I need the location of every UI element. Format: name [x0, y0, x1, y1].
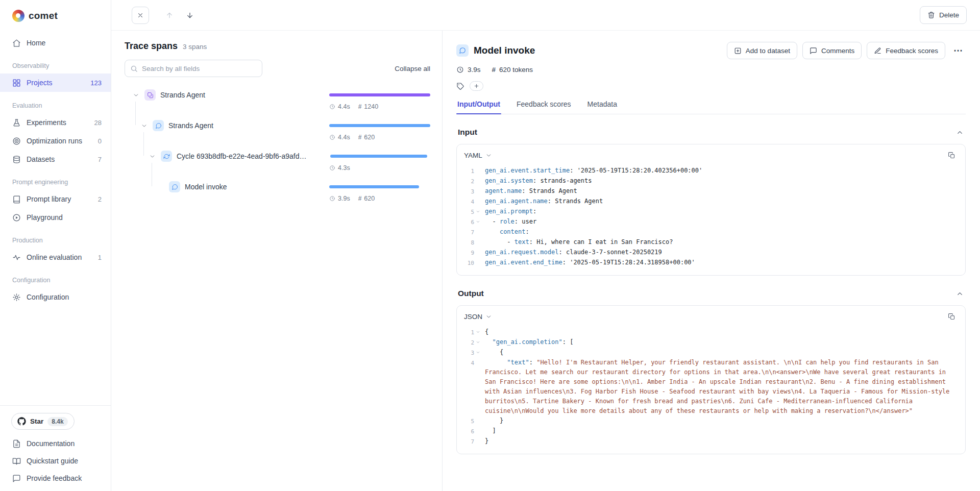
collapse-all-button[interactable]: Collapse all: [395, 65, 430, 72]
sidebar-item-experiments[interactable]: Experiments28: [0, 113, 111, 132]
code-line: 6 - role: user: [461, 217, 957, 227]
fold-toggle-icon[interactable]: [474, 207, 482, 217]
output-code-block: JSON 1{2 "gen_ai.completion": [3 {4 "tex…: [456, 305, 966, 454]
sidebar-item-optimization-runs[interactable]: Optimization runs0: [0, 132, 111, 150]
code-line: 3agent.name: Strands Agent: [461, 186, 957, 197]
output-format-select[interactable]: JSON: [464, 313, 492, 321]
line-number: 6: [461, 426, 474, 436]
line-number: 2: [461, 176, 474, 186]
footer-link-label: Quickstart guide: [27, 457, 78, 465]
activity-icon: [12, 253, 21, 262]
sidebar-item-label: Optimization runs: [27, 137, 92, 145]
span-row-cycle-693b8dfb-e22e-4ead-9bf6-a9afd[interactable]: Cycle 693b8dfb-e22e-4ead-9bf6-a9afd…4.3s: [111, 150, 442, 180]
code-line: 2gen_ai.system: strands-agents: [461, 176, 957, 186]
code-content: gen_ai.event.end_time: '2025-05-19T15:28…: [482, 258, 957, 268]
delete-button[interactable]: Delete: [920, 6, 967, 24]
close-trace-button[interactable]: [132, 7, 149, 24]
more-actions-button[interactable]: ⋯: [950, 42, 966, 59]
input-format-label: YAML: [464, 152, 482, 159]
span-tokens-stat: # 620 tokens: [492, 66, 533, 73]
grid-icon: [12, 79, 21, 87]
fold-toggle-icon[interactable]: [474, 327, 482, 337]
sidebar-item-online-evaluation[interactable]: Online evaluation1: [0, 248, 111, 266]
copy-output-button[interactable]: [944, 309, 959, 324]
sidebar-section-label: Production: [0, 227, 111, 248]
star-count-badge: 8.4k: [47, 417, 67, 426]
span-row-strands-agent[interactable]: Strands Agent4.4s#620: [111, 119, 442, 150]
code-content: - text: Hi, where can I eat in San Franc…: [482, 237, 957, 248]
footer-link-provide-feedback[interactable]: Provide feedback: [6, 470, 105, 487]
collapse-input-section-button[interactable]: [955, 128, 964, 137]
chat-span-icon: [169, 181, 180, 192]
trace-search-input[interactable]: [142, 65, 257, 72]
previous-span-button[interactable]: [161, 7, 178, 23]
chevron-up-icon: [956, 129, 964, 136]
collapse-span-icon[interactable]: [132, 91, 140, 99]
add-to-dataset-button[interactable]: Add to dataset: [727, 42, 797, 59]
feedback-scores-icon: [874, 47, 881, 55]
code-content: gen_ai.event.start_time: '2025-05-19T15:…: [482, 166, 957, 176]
span-detail-panel: Model invoke Add to dataset Comments: [443, 31, 980, 491]
sidebar-item-configuration[interactable]: Configuration: [0, 288, 111, 306]
database-icon: [12, 155, 21, 164]
tab-metadata[interactable]: Metadata: [586, 100, 618, 114]
copy-input-button[interactable]: [944, 148, 959, 162]
span-name: Cycle 693b8dfb-e22e-4ead-9bf6-a9afd…: [177, 152, 312, 160]
fold-toggle-icon[interactable]: [474, 337, 482, 348]
sidebar-section-label: Evaluation: [0, 92, 111, 113]
output-code: 1{2 "gen_ai.completion": [3 {4 "text": "…: [457, 327, 965, 454]
span-row-model-invoke[interactable]: Model invoke3.9s#620: [111, 180, 442, 211]
line-number: 7: [461, 227, 474, 237]
clock-icon: [329, 195, 335, 202]
fold-spacer: [474, 176, 482, 186]
footer-link-documentation[interactable]: Documentation: [6, 435, 105, 452]
footer-link-quickstart-guide[interactable]: Quickstart guide: [6, 452, 105, 470]
input-code: 1gen_ai.event.start_time: '2025-05-19T15…: [457, 166, 965, 275]
comments-button[interactable]: Comments: [802, 42, 862, 59]
line-number: 8: [461, 237, 474, 248]
comet-logo[interactable]: comet: [0, 0, 111, 32]
span-duration: 3.9s: [329, 195, 350, 202]
arrow-down-icon: [186, 11, 194, 19]
tag-icon: [456, 82, 464, 90]
collapse-span-icon[interactable]: [148, 152, 156, 160]
tokens-value: 620 tokens: [499, 66, 533, 73]
fold-toggle-icon[interactable]: [474, 348, 482, 358]
fold-spacer: [474, 358, 482, 416]
sidebar-item-projects[interactable]: Projects123: [0, 73, 111, 92]
code-content: }: [482, 436, 957, 447]
delete-label: Delete: [939, 11, 959, 19]
add-to-dataset-label: Add to dataset: [746, 47, 790, 55]
message-icon: [12, 474, 21, 483]
tab-feedback-scores[interactable]: Feedback scores: [516, 100, 572, 114]
main-area: Delete Trace spans 3 spans Collap: [111, 0, 980, 491]
collapse-span-icon[interactable]: [140, 121, 148, 130]
output-section-title: Output: [458, 289, 484, 298]
sidebar-item-home[interactable]: Home: [0, 34, 111, 52]
sidebar-item-playground[interactable]: Playground: [0, 208, 111, 227]
hash-icon: #: [492, 66, 496, 73]
fold-toggle-icon[interactable]: [474, 217, 482, 227]
collapse-output-section-button[interactable]: [955, 289, 964, 298]
next-span-button[interactable]: [182, 7, 198, 23]
sidebar-item-datasets[interactable]: Datasets7: [0, 150, 111, 168]
github-star-button[interactable]: Star 8.4k: [11, 413, 75, 430]
tab-input-output[interactable]: Input/Output: [456, 100, 501, 114]
fold-spacer: [474, 248, 482, 258]
model-span-icon: [456, 44, 469, 57]
fold-spacer: [474, 237, 482, 248]
feedback-scores-button[interactable]: Feedback scores: [867, 42, 945, 59]
fold-spacer: [474, 166, 482, 176]
cycle-span-icon: [161, 151, 172, 162]
toolbar: Delete: [111, 0, 980, 31]
line-number: 3: [461, 348, 474, 358]
input-format-select[interactable]: YAML: [464, 152, 492, 159]
span-row-strands-agent[interactable]: Strands Agent4.4s#1240: [111, 88, 442, 119]
add-tag-button[interactable]: [470, 81, 483, 91]
comet-logo-icon: [12, 10, 24, 22]
arrow-up-icon: [165, 11, 174, 19]
sidebar-item-prompt-library[interactable]: Prompt library2: [0, 190, 111, 208]
code-line: 2 "gen_ai.completion": [: [461, 337, 957, 348]
line-number: 7: [461, 436, 474, 447]
fold-spacer: [474, 258, 482, 268]
